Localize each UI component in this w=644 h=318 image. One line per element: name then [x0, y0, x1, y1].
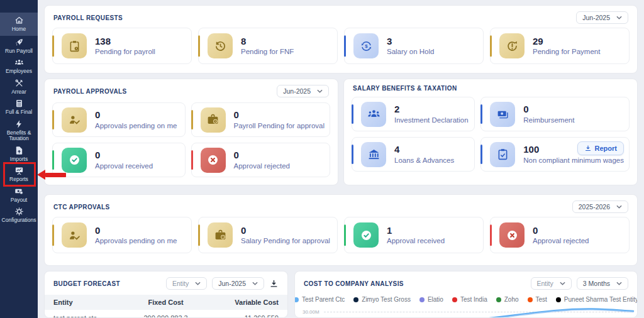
money-note-icon	[490, 102, 515, 127]
budget-period-select[interactable]: Jun-2025	[212, 277, 264, 290]
chevron-down-icon	[195, 282, 201, 285]
chevron-down-icon	[616, 205, 622, 209]
chevron-down-icon	[252, 282, 258, 285]
stat-card-investment-declaration[interactable]: 2 Investment Declaration	[352, 97, 475, 131]
payroll-approvals-period-select[interactable]: Jun-2025	[277, 85, 329, 97]
ctc-approvals-panel: CTC APPROVALS 2025-2026 0 Approvals pend…	[44, 194, 638, 266]
sidebar-item-label: Home	[12, 26, 26, 33]
stat-card-loans-advances[interactable]: 4 Loans & Advances	[352, 137, 475, 172]
payroll-requests-panel: PAYROLL REQUESTS Jun-2025 138 Pending fo…	[44, 5, 638, 74]
stat-card-approval-rejected[interactable]: 0 Approval rejected	[191, 143, 330, 177]
column-header-fixed-cost: Fixed Cost	[125, 295, 207, 310]
analysis-entity-select[interactable]: Entity	[531, 277, 572, 290]
stat-card-approval-received[interactable]: 0 Approval received	[52, 143, 186, 177]
payout-cash-icon	[14, 187, 24, 196]
ctc-approvals-year-select[interactable]: 2025-2026	[572, 200, 628, 213]
legend-item[interactable]: Elatio	[419, 296, 443, 303]
stat-card-ctc-approval-received[interactable]: 1 Approval received	[344, 217, 484, 253]
sidebar: Home Run Payroll Employees Arrear Full &…	[0, 0, 38, 318]
sidebar-item-payout[interactable]: Payout	[0, 185, 38, 206]
ctc-analysis-panel: COST TO COMPANY ANALYSIS Entity 3 Months…	[294, 271, 638, 318]
y-axis-tick-label: 30.00M	[303, 309, 319, 315]
column-header-entity: Entity	[45, 295, 125, 310]
legend-dot	[353, 297, 358, 302]
sidebar-item-label: Run Payroll	[5, 48, 33, 55]
chart-legend: Test Parent Ctc Zimyo Test Gross Elatio …	[295, 293, 637, 304]
check-circle-icon	[353, 222, 379, 248]
chevron-down-icon	[616, 16, 622, 19]
sidebar-item-employees[interactable]: Employees	[0, 56, 38, 77]
clipboard-check-icon	[490, 142, 515, 167]
cell-entity: test parent ctc	[45, 310, 125, 318]
payroll-approvals-title: PAYROLL APPROVALS	[53, 88, 127, 95]
cell-fixed-cost: 290,090,883.3	[125, 310, 207, 318]
x-circle-icon	[201, 148, 226, 173]
ctc-trend-line	[446, 307, 635, 318]
sidebar-item-benefits-taxation[interactable]: Benefits & Taxation	[0, 118, 38, 144]
gear-icon	[14, 207, 24, 216]
legend-item[interactable]: Test Parent Ctc	[294, 296, 345, 303]
sidebar-item-reports[interactable]: Reports	[0, 164, 38, 185]
bank-icon	[361, 142, 386, 167]
report-button[interactable]: Report	[577, 141, 624, 155]
chevron-down-icon	[616, 282, 622, 285]
table-header-row: Entity Fixed Cost Variable Cost	[45, 295, 287, 310]
person-check-icon	[62, 222, 87, 248]
line-chart-area: 30.00M	[295, 304, 637, 318]
clipboard-clock-icon	[62, 33, 87, 58]
stat-card-non-compliant-wages[interactable]: 100 Non compliant minimum wages Report	[480, 137, 630, 172]
stat-card-approvals-pending-on-me[interactable]: 0 Approvals pending on me	[52, 102, 186, 137]
budget-forecast-table: Entity Fixed Cost Variable Cost test par…	[45, 295, 287, 318]
cell-variable-cost: 11,269,550	[206, 310, 287, 318]
legend-dot	[452, 297, 457, 302]
ctc-approvals-title: CTC APPROVALS	[53, 204, 110, 211]
stat-card-pending-payroll[interactable]: 138 Pending for payroll	[52, 28, 192, 64]
legend-item[interactable]: Puneet Sharma Test Entity	[556, 296, 638, 303]
sidebar-item-imports[interactable]: Imports	[0, 144, 38, 165]
sidebar-item-home[interactable]: Home	[0, 13, 38, 36]
pending-refresh-icon	[499, 33, 525, 58]
download-icon[interactable]	[269, 279, 279, 288]
sidebar-item-run-payroll[interactable]: Run Payroll	[0, 36, 38, 57]
salary-sync-icon	[353, 33, 379, 58]
payroll-requests-title: PAYROLL REQUESTS	[53, 14, 123, 21]
legend-item[interactable]: Zimyo Test Gross	[353, 296, 411, 303]
stat-card-pending-payment[interactable]: 29 Pending for Payment	[490, 28, 630, 64]
legend-item[interactable]: Test	[528, 296, 547, 303]
payroll-requests-period-select[interactable]: Jun-2025	[576, 11, 628, 24]
stat-card-ctc-approvals-pending[interactable]: 0 Approvals pending on me	[52, 217, 192, 253]
sidebar-item-label: Employees	[6, 69, 32, 75]
ctc-analysis-title: COST TO COMPANY ANALYSIS	[304, 280, 404, 287]
sidebar-item-arrear[interactable]: Arrear	[0, 77, 38, 97]
column-header-variable-cost: Variable Cost	[206, 295, 287, 310]
stat-card-salary-on-hold[interactable]: 3 Salary on Hold	[344, 28, 484, 64]
sidebar-item-full-final[interactable]: Full & Final	[0, 97, 38, 118]
sidebar-item-label: Payout	[11, 197, 27, 204]
check-circle-icon	[62, 148, 87, 173]
chevron-down-icon	[560, 282, 565, 285]
sidebar-item-configurations[interactable]: Configurations	[0, 205, 38, 226]
analysis-range-select[interactable]: 3 Months	[577, 277, 628, 290]
sidebar-item-label: Benefits & Taxation	[1, 130, 36, 142]
people-group-icon	[361, 102, 386, 127]
payroll-approvals-panel: PAYROLL APPROVALS Jun-2025 0 Approvals p…	[44, 79, 338, 185]
legend-dot	[294, 297, 299, 302]
sidebar-item-label: Arrear	[11, 89, 26, 96]
tools-icon	[14, 79, 24, 88]
budget-entity-select[interactable]: Entity	[166, 277, 207, 290]
stat-card-pending-fnf[interactable]: 8 Pending for FNF	[198, 28, 338, 64]
briefcase-clock-icon	[208, 222, 233, 248]
stat-card-reimbursement[interactable]: 0 Reimbursement	[480, 97, 630, 131]
stat-card-salary-pending-approval[interactable]: 0 Salary Pending for approval	[198, 217, 338, 253]
sidebar-item-label: Full & Final	[6, 109, 33, 116]
briefcase-clock-icon	[201, 107, 226, 133]
person-check-icon	[62, 107, 87, 133]
stat-card-payroll-pending-approval[interactable]: 0 Payroll Pending for approval	[191, 102, 330, 137]
legend-item[interactable]: Test India	[452, 296, 487, 303]
stat-card-ctc-approval-rejected[interactable]: 0 Approval rejected	[490, 217, 630, 253]
history-clock-icon	[208, 33, 233, 58]
import-file-icon	[14, 146, 24, 155]
people-icon	[14, 58, 24, 67]
legend-item[interactable]: Zoho	[496, 296, 519, 303]
home-icon	[14, 16, 24, 25]
